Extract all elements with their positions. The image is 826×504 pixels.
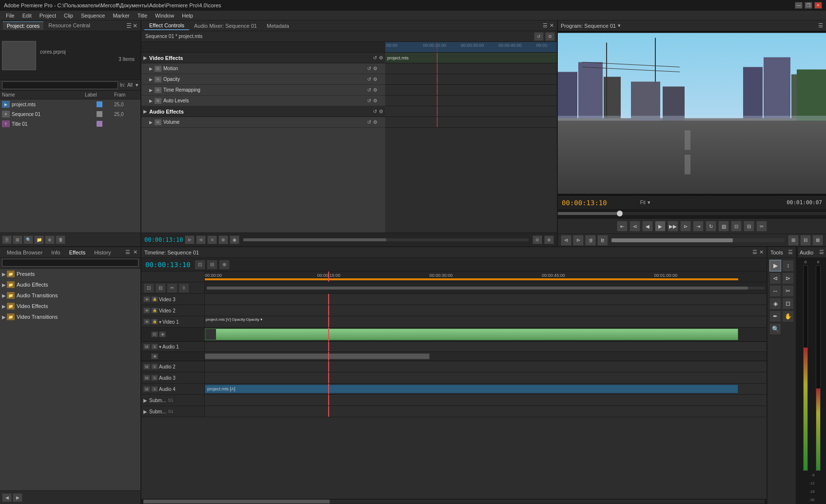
tool-razor[interactable]: ✂ xyxy=(782,285,794,297)
tl-btn-snap[interactable]: ⊡ xyxy=(195,260,205,270)
ctrl2-btn6[interactable]: ⊟ xyxy=(800,235,811,246)
audio-effects-reset[interactable]: ↺ xyxy=(373,109,377,114)
opacity-settings[interactable]: ⚙ xyxy=(373,77,377,82)
ctrl2-btn2[interactable]: ⊳ xyxy=(573,235,584,246)
ep-tab-history[interactable]: History xyxy=(90,249,115,256)
panel-menu-icon[interactable]: ☰ xyxy=(126,22,132,29)
tool-rate-stretch[interactable]: ↔ xyxy=(769,285,781,297)
ctrl-output[interactable]: ⊡ xyxy=(731,221,742,232)
search-input[interactable] xyxy=(2,81,118,89)
ep-search-input[interactable] xyxy=(2,259,138,267)
menu-project[interactable]: Project xyxy=(36,12,60,19)
fit-dropdown[interactable]: ▾ xyxy=(648,199,650,206)
motion-reset[interactable]: ↺ xyxy=(367,66,371,71)
tl-ctrl-razor[interactable]: ✂ xyxy=(167,283,177,293)
tl-ctrl-snap[interactable]: ⊡ xyxy=(143,283,154,293)
ctrl-loop[interactable]: ↻ xyxy=(706,221,716,232)
ctrl-play[interactable]: ▶ xyxy=(655,221,666,232)
ctrl2-btn7[interactable]: ⊠ xyxy=(812,235,823,246)
folder-presets[interactable]: ▶ 📁 Presets xyxy=(0,269,140,279)
tool-ripple-edit[interactable]: ⊲ xyxy=(769,272,781,284)
tool-rolling-edit[interactable]: ⊳ xyxy=(782,272,794,284)
ctrl-go-to-next[interactable]: ⊳ xyxy=(680,221,691,232)
menu-window[interactable]: Window xyxy=(151,12,178,19)
tb-search[interactable]: 🔍 xyxy=(23,235,33,244)
tl-ctrl-marker[interactable]: ◊ xyxy=(178,283,189,293)
ctrl-step-back[interactable]: ◀ xyxy=(642,221,653,232)
file-item-sequence[interactable]: ≡ Sequence 01 25,0 xyxy=(0,109,140,119)
ctrl-export-frame[interactable]: ⊟ xyxy=(744,221,754,232)
effect-item-motion[interactable]: ▶ fx Motion ↺ ⚙ xyxy=(141,63,385,74)
volume-settings[interactable]: ⚙ xyxy=(373,119,377,125)
ctrl2-multi-cam[interactable]: ⊞ xyxy=(788,235,799,246)
audio4-clip-block[interactable]: project.mts [A] xyxy=(205,385,738,393)
time-remapping-reset[interactable]: ↺ xyxy=(367,87,371,93)
ec-settings-btn[interactable]: ⚙ xyxy=(545,32,555,41)
ep-tab-info[interactable]: Info xyxy=(47,249,64,256)
track-expand-video1[interactable]: ▾ xyxy=(159,319,161,325)
folder-audio-transitions[interactable]: ▶ 📁 Audio Transitions xyxy=(0,290,140,301)
ec-reset-btn[interactable]: ↺ xyxy=(534,32,544,41)
ctrl-go-to-prev[interactable]: ⊲ xyxy=(629,221,640,232)
ec-panel-close[interactable]: ✕ xyxy=(550,22,554,29)
ep-panel-menu[interactable]: ☰ xyxy=(125,249,130,255)
track-solo-audio2[interactable]: S xyxy=(151,364,158,369)
ec-scrollbar[interactable] xyxy=(243,238,529,241)
ctrl-safe-margins[interactable]: ▧ xyxy=(718,221,729,232)
ctrl-go-to-in[interactable]: ⇤ xyxy=(617,221,628,232)
panel-close-icon[interactable]: ✕ xyxy=(133,22,138,29)
tool-pen[interactable]: ✒ xyxy=(769,310,781,322)
track-solo-audio3[interactable]: S xyxy=(151,375,158,381)
am-menu[interactable]: ☰ xyxy=(819,249,824,255)
close-button[interactable]: ✕ xyxy=(814,2,822,9)
tab-project[interactable]: Project: cores xyxy=(3,21,43,30)
timeline-close[interactable]: ✕ xyxy=(759,249,764,255)
ec-bottom-btn5[interactable]: ◉ xyxy=(230,235,239,244)
menu-clip[interactable]: Clip xyxy=(60,12,77,19)
tb-new-item[interactable]: ⊕ xyxy=(45,235,55,244)
sub-track-audio1-icon[interactable]: ◈ xyxy=(151,353,158,359)
volume-slider[interactable] xyxy=(611,238,785,242)
tool-hand[interactable]: ✋ xyxy=(782,310,794,322)
program-scrubber-bar[interactable] xyxy=(558,209,826,219)
label-all-dropdown[interactable]: ▾ xyxy=(136,82,138,88)
ctrl-step-forward[interactable]: ▶▶ xyxy=(668,221,678,232)
sub-track-icon2[interactable]: ◈ xyxy=(159,331,166,337)
ec-bottom-btn3[interactable]: ≡ xyxy=(207,235,217,244)
scrubber-handle[interactable] xyxy=(617,211,623,216)
track-mute-audio3[interactable]: M xyxy=(143,375,150,381)
minimize-button[interactable]: — xyxy=(795,2,803,9)
motion-settings[interactable]: ⚙ xyxy=(373,66,377,71)
tl-ctrl-linked[interactable]: ⊟ xyxy=(155,283,166,293)
sub-track-icon1[interactable]: ⊡ xyxy=(151,331,158,337)
opacity-reset[interactable]: ↺ xyxy=(367,77,371,82)
ep-panel-close[interactable]: ✕ xyxy=(133,249,138,255)
track-lock-video1[interactable]: 🔒 xyxy=(151,319,158,325)
ep-next-btn[interactable]: ▶ xyxy=(13,493,22,502)
tl-btn-link[interactable]: ⊟ xyxy=(207,260,217,270)
track-eye-video3[interactable]: 👁 xyxy=(143,296,150,302)
video-effects-reset[interactable]: ↺ xyxy=(373,55,377,60)
ec-panel-menu[interactable]: ☰ xyxy=(543,22,548,29)
timeline-menu[interactable]: ☰ xyxy=(752,249,757,255)
ec-bottom-btn1[interactable]: ⊳ xyxy=(185,235,195,244)
track-eye-video2[interactable]: 👁 xyxy=(143,308,150,313)
ctrl2-btn3[interactable]: ⊴ xyxy=(585,235,596,246)
program-timecode-display[interactable]: 00:00:13:10 xyxy=(562,199,607,207)
menu-help[interactable]: Help xyxy=(178,12,197,19)
tool-slip[interactable]: ◈ xyxy=(769,298,781,310)
ec-zoom-out[interactable]: ⊖ xyxy=(532,235,542,244)
ec-tab-metadata[interactable]: Metadata xyxy=(262,22,294,30)
ep-prev-btn[interactable]: ◀ xyxy=(2,493,12,502)
volume-reset[interactable]: ↺ xyxy=(367,119,371,125)
effect-item-opacity[interactable]: ▶ fx Opacity ↺ ⚙ xyxy=(141,74,385,85)
tl-scrollbar-h[interactable] xyxy=(141,498,767,504)
tl-btn-add-marker[interactable]: ⊕ xyxy=(219,260,230,270)
track-mute-audio2[interactable]: M xyxy=(143,364,150,369)
tool-track-select[interactable]: ↕ xyxy=(782,260,794,271)
tb-icon-view[interactable]: ⊞ xyxy=(13,235,22,244)
tb-list-view[interactable]: ☰ xyxy=(2,235,12,244)
menu-sequence[interactable]: Sequence xyxy=(77,12,109,19)
ep-tab-media-browser[interactable]: Media Browser xyxy=(3,249,46,256)
ec-bottom-btn4[interactable]: ⊕ xyxy=(218,235,228,244)
